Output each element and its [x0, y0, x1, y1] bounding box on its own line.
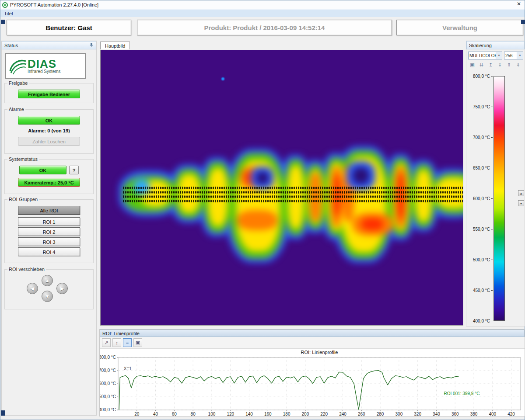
- roi-1-button[interactable]: ROI 1: [18, 217, 80, 226]
- roi-all-button[interactable]: Alle ROI: [18, 206, 80, 215]
- svg-text:340: 340: [433, 412, 440, 416]
- roi-3-button[interactable]: ROI 3: [18, 237, 80, 246]
- pin-icon[interactable]: [89, 43, 94, 48]
- systemstatus-group: Systemstatus OK ? Kameratemp.: 25,0 °C: [4, 159, 94, 194]
- svg-text:400,0 °C: 400,0 °C: [100, 407, 116, 412]
- levels-select-value: 256: [504, 53, 517, 58]
- scaling-panel-title: Skalierung: [469, 43, 492, 48]
- roi-measure-line: [122, 185, 463, 204]
- profile-toolbar: ↗ ↕ ≡ ▣: [100, 337, 525, 349]
- svg-text:600,0 °C: 600,0 °C: [100, 381, 116, 386]
- roi-2-button[interactable]: ROI 2: [18, 227, 80, 236]
- profile-panel-header: ROI: Linienprofile: [100, 330, 525, 337]
- svg-text:800,0 °C: 800,0 °C: [100, 355, 116, 360]
- move-down-button[interactable]: ▼: [42, 291, 53, 302]
- systemstatus-label: Systemstatus: [7, 156, 39, 162]
- scale-range-down-button[interactable]: ▼: [518, 200, 524, 206]
- svg-text:400: 400: [489, 412, 496, 416]
- tab-hauptbild[interactable]: Hauptbild: [100, 42, 130, 49]
- freigabe-bediener-button[interactable]: Freigabe Bediener: [18, 90, 80, 98]
- arrow-up-icon: ▲: [45, 278, 50, 283]
- roi-move-pad: ▲ ◀ ▶ ▼: [5, 274, 93, 305]
- scale-min-down-icon[interactable]: ↧: [496, 61, 504, 69]
- scale-tick-label: 600,0 °C: [466, 196, 493, 201]
- roi-groups-group: ROI-Gruppen Alle ROI ROI 1 ROI 2 ROI 3 R…: [4, 199, 94, 263]
- scale-tick-label: 650,0 °C: [466, 165, 493, 170]
- alarme-group: Alarme OK Alarme: 0 (von 19) Zähler Lösc…: [4, 109, 94, 154]
- header-row: Benutzer: Gast Produkt: Produkt / 2016-0…: [0, 17, 525, 39]
- svg-text:80: 80: [191, 412, 196, 416]
- cool-spot: [221, 77, 224, 80]
- app-logo-icon: [2, 2, 8, 8]
- product-button[interactable]: Produkt: Produkt / 2016-03-09 14:52:14: [137, 20, 392, 35]
- svg-text:220: 220: [320, 412, 328, 416]
- move-up-button[interactable]: ▲: [42, 275, 53, 286]
- scale-max-up-icon[interactable]: ↥: [486, 61, 495, 69]
- svg-text:260: 260: [358, 412, 365, 416]
- main-tabstrip: Hauptbild: [99, 42, 465, 50]
- alarm-ok-button[interactable]: OK: [18, 116, 80, 125]
- svg-text:240: 240: [339, 412, 346, 416]
- svg-text:140: 140: [245, 412, 253, 416]
- svg-text:700,0 °C: 700,0 °C: [100, 368, 116, 373]
- verwaltung-button[interactable]: Verwaltung: [396, 20, 523, 35]
- spin-down-icon: ▼: [520, 202, 523, 205]
- scale-shift-down-icon[interactable]: ⇓: [514, 61, 522, 69]
- chart-legend-icon[interactable]: ≡: [123, 338, 132, 347]
- palette-select-value: MULTICOLOR: [469, 53, 496, 58]
- svg-text:180: 180: [283, 412, 290, 416]
- scaling-panel: Skalierung MULTICOLOR ▼ 256 ▼ ▣ ⇊ ↥ ↧ ⇑ …: [466, 41, 525, 326]
- profile-chart-area: 2040608010012014016018020022024026028030…: [100, 349, 525, 416]
- clear-counter-button[interactable]: Zähler Löschen: [18, 137, 80, 146]
- help-button[interactable]: ?: [69, 166, 79, 174]
- freigabe-group: Freigabe Freigabe Bediener: [4, 83, 94, 103]
- menu-bar: Titel: [0, 9, 525, 17]
- chart-axes-icon[interactable]: ↕: [112, 338, 121, 347]
- dias-swirl-icon: [8, 56, 28, 76]
- app-window: PYROSOFT Automation 2.27.4.0 [Online] ✕ …: [0, 0, 525, 420]
- chart-copy-icon[interactable]: ▣: [133, 338, 142, 347]
- palette-select[interactable]: MULTICOLOR ▼: [468, 52, 502, 59]
- user-button[interactable]: Benutzer: Gast: [7, 20, 131, 35]
- svg-text:200: 200: [302, 412, 309, 416]
- svg-text:500,0 °C: 500,0 °C: [100, 394, 116, 399]
- scale-tick-label: 750,0 °C: [466, 104, 493, 109]
- palette-copy-icon[interactable]: ▣: [468, 61, 476, 69]
- system-ok-button[interactable]: OK: [19, 166, 66, 174]
- svg-text:120: 120: [227, 412, 234, 416]
- dias-logo: DIAS Infrared Systems: [5, 53, 86, 79]
- profile-chart: 2040608010012014016018020022024026028030…: [100, 349, 525, 416]
- colorbar-labels: 800,0 °C750,0 °C700,0 °C650,0 °C600,0 °C…: [466, 73, 493, 324]
- dock-square-right: [521, 20, 525, 24]
- levels-select[interactable]: 256 ▼: [504, 52, 523, 59]
- camera-temp-button[interactable]: Kameratemp.: 25,0 °C: [18, 178, 80, 187]
- move-left-button[interactable]: ◀: [27, 283, 38, 294]
- close-icon[interactable]: ✕: [517, 1, 521, 7]
- roi-4-button[interactable]: ROI 4: [18, 247, 80, 256]
- move-right-button[interactable]: ▶: [56, 283, 68, 294]
- chevron-down-icon: ▼: [517, 52, 523, 59]
- scale-tick-label: 700,0 °C: [466, 135, 493, 140]
- chevron-down-icon: ▼: [496, 52, 502, 59]
- svg-text:100: 100: [208, 412, 216, 416]
- roi-move-label: ROI verschieben: [7, 267, 46, 272]
- menu-titel[interactable]: Titel: [4, 11, 13, 16]
- scale-auto-icon[interactable]: ⇊: [477, 61, 486, 69]
- arrow-down-icon: ▼: [45, 294, 50, 299]
- status-panel-header: Status: [2, 41, 96, 49]
- scale-shift-up-icon[interactable]: ⇑: [505, 61, 513, 69]
- status-panel: Status DIAS Infrared Systems Freigabe Fr…: [1, 41, 97, 416]
- svg-text:60: 60: [172, 412, 177, 416]
- title-bar: PYROSOFT Automation 2.27.4.0 [Online] ✕: [0, 0, 525, 9]
- scale-range-up-button[interactable]: ▲: [518, 190, 524, 196]
- freigabe-label: Freigabe: [7, 80, 29, 86]
- roi-groups-label: ROI-Gruppen: [7, 197, 39, 202]
- chart-export-icon[interactable]: ↗: [102, 338, 111, 347]
- arrow-left-icon: ◀: [31, 286, 34, 292]
- status-panel-title: Status: [4, 43, 18, 48]
- scaling-panel-header: Skalierung: [466, 41, 525, 49]
- svg-text:420: 420: [508, 412, 515, 416]
- profile-panel: ROI: Linienprofile ↗ ↕ ≡ ▣ 2040608010012…: [99, 329, 525, 417]
- scale-tick-label: 550,0 °C: [466, 226, 493, 232]
- alarm-count-text: Alarme: 0 (von 19): [5, 128, 93, 133]
